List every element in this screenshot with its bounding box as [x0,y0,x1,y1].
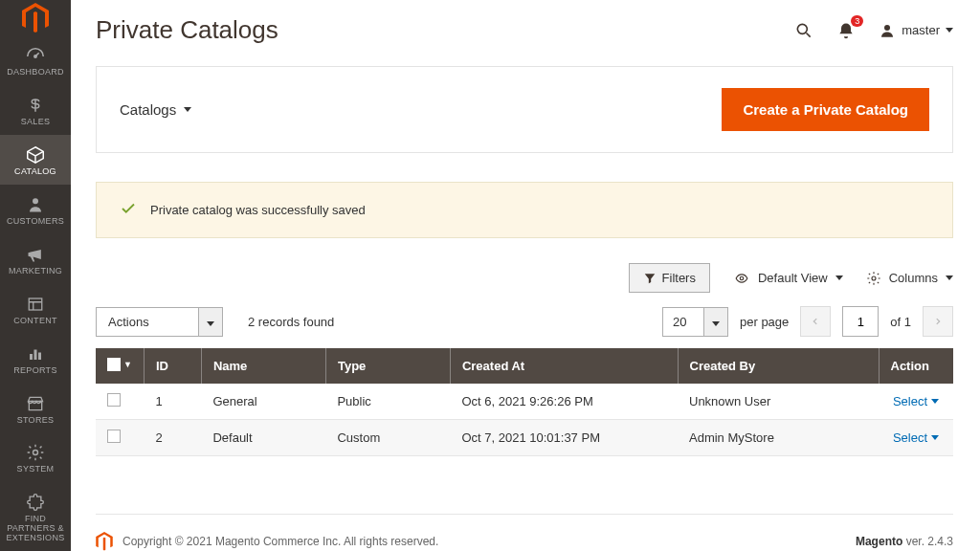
actions-dropdown[interactable]: Actions [96,307,223,337]
grid-controls-top: Filters Default View Columns [96,263,953,293]
svg-rect-5 [38,352,41,360]
table-row: 2 Default Custom Oct 7, 2021 10:01:37 PM… [96,420,953,456]
magento-logo-small [96,532,113,551]
cell-created-by: Admin MyStore [678,420,879,456]
pager: 20 per page of 1 [662,306,953,337]
col-name[interactable]: Name [201,348,325,384]
col-created-at[interactable]: Created At [450,348,678,384]
records-found: 2 records found [248,315,334,329]
filters-button[interactable]: Filters [629,263,710,293]
nav-label: MARKETING [9,267,62,276]
success-message: Private catalog was successfully saved [96,182,953,238]
gear-icon [866,271,881,286]
user-menu[interactable]: master [879,22,953,39]
nav-label: CONTENT [13,317,57,326]
page-total: of 1 [890,315,911,329]
cell-id: 2 [144,420,201,456]
megaphone-icon [24,244,47,265]
catalogs-label: Catalogs [120,101,176,118]
user-icon [879,22,896,39]
nav-find-partners[interactable]: FIND PARTNERS & EXTENSIONS [0,482,71,551]
funnel-icon [643,272,657,285]
row-select-dropdown[interactable]: Select [893,394,939,408]
cell-id: 1 [144,384,201,420]
nav-content[interactable]: CONTENT [0,284,71,334]
cell-created-at: Oct 7, 2021 10:01:37 PM [450,420,678,456]
version: Magento ver. 2.4.3 [702,532,953,551]
svg-point-8 [884,25,890,31]
nav-sales[interactable]: SALES [0,85,71,135]
row-checkbox[interactable] [107,430,121,443]
filters-label: Filters [662,271,696,285]
page-title: Private Catalogs [96,15,278,45]
nav-system[interactable]: SYSTEM [0,432,71,482]
nav-label: CATALOG [14,167,56,177]
col-action[interactable]: Action [879,348,953,384]
per-page-dropdown[interactable]: 20 [662,307,728,337]
layout-icon [24,294,47,315]
svg-point-9 [740,276,744,280]
nav-reports[interactable]: REPORTS [0,334,71,384]
page-input[interactable] [842,306,879,337]
check-icon [120,200,137,220]
page-header: Private Catalogs 3 master [96,15,953,45]
cell-created-at: Oct 6, 2021 9:26:26 PM [450,384,678,420]
copyright: Copyright © 2021 Magento Commerce Inc. A… [122,535,438,548]
svg-point-7 [798,24,808,33]
nav-label: STORES [17,416,55,426]
catalogs-dropdown[interactable]: Catalogs [120,101,191,118]
create-private-catalog-button[interactable]: Create a Private Catalog [722,88,929,131]
search-icon[interactable] [794,21,813,40]
columns-label: Columns [889,271,938,285]
chevron-down-icon [184,107,191,112]
row-select-dropdown[interactable]: Select [893,430,939,445]
col-checkbox[interactable]: ▼ [96,348,144,384]
puzzle-icon [24,492,47,513]
nav-label: CUSTOMERS [7,217,64,227]
magento-logo[interactable] [0,0,71,35]
gauge-icon [24,45,47,66]
notifications-icon[interactable]: 3 [836,21,856,40]
svg-point-6 [33,451,38,455]
nav-label: FIND PARTNERS & EXTENSIONS [0,515,71,543]
nav-customers[interactable]: CUSTOMERS [0,185,71,234]
svg-point-10 [872,276,876,280]
col-created-by[interactable]: Created By [678,348,879,384]
view-dropdown[interactable]: Default View [733,271,843,285]
success-text: Private catalog was successfully saved [150,203,366,217]
person-icon [24,194,47,215]
cell-name: Default [201,420,325,456]
svg-point-1 [33,198,38,204]
chevron-down-icon [835,276,843,280]
nav-dashboard[interactable]: DASHBOARD [0,35,71,85]
dollar-icon [24,95,47,116]
cell-type: Custom [325,420,450,456]
svg-rect-3 [30,354,33,360]
nav-label: SALES [21,118,51,127]
box-icon [24,144,47,165]
bars-icon [24,343,47,364]
page-footer: Copyright © 2021 Magento Commerce Inc. A… [96,514,953,551]
row-checkbox[interactable] [107,393,121,407]
col-type[interactable]: Type [325,348,450,384]
nav-label: DASHBOARD [7,68,64,77]
chevron-down-icon [946,276,953,280]
catalogs-grid: ▼ ID Name Type Created At Created By Act… [96,348,953,456]
grid-header-row: ▼ ID Name Type Created At Created By Act… [96,348,953,384]
nav-catalog[interactable]: CATALOG [0,135,71,185]
cell-created-by: Unknown User [678,384,879,420]
chevron-down-icon [199,307,223,337]
nav-stores[interactable]: STORES [0,384,71,433]
nav-marketing[interactable]: MARKETING [0,234,71,284]
columns-dropdown[interactable]: Columns [866,271,953,286]
view-label: Default View [758,271,828,285]
cell-name: General [201,384,325,420]
chevron-down-icon [931,435,939,440]
prev-page-button[interactable] [800,306,831,337]
chevron-down-icon [931,399,939,404]
header-actions: 3 master [794,21,953,40]
page-toolbar: Catalogs Create a Private Catalog [96,66,953,153]
next-page-button[interactable] [923,306,953,337]
gear-icon [24,442,47,463]
col-id[interactable]: ID [144,348,201,384]
